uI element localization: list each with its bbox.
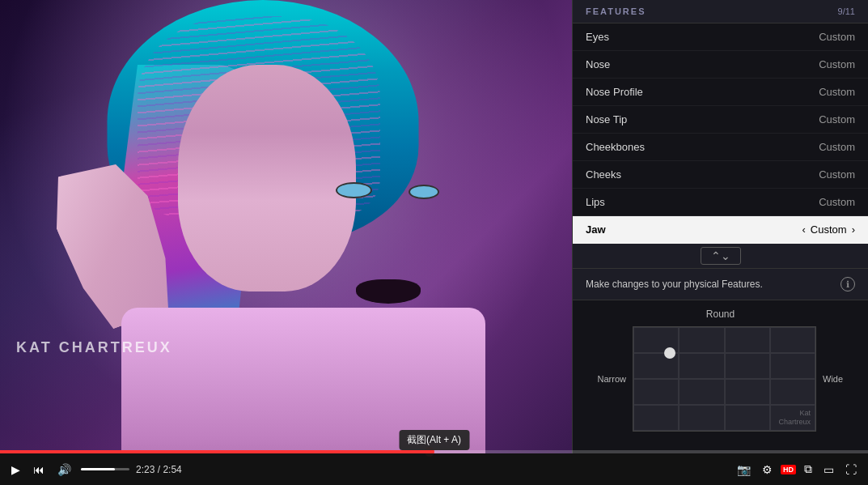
feature-name: Cheeks — [586, 168, 621, 181]
grid-cell — [770, 327, 815, 353]
info-bar: Make changes to your physical Features. … — [573, 269, 868, 300]
feature-name: Nose Tip — [586, 113, 627, 126]
feature-name: Nose Profile — [586, 86, 643, 98]
miniplayer-button[interactable]: ⧉ — [801, 461, 815, 478]
feature-item-nose-profile[interactable]: Nose ProfileCustom — [573, 79, 868, 106]
skip-back-button[interactable]: ⏮ — [30, 462, 48, 478]
grid-cell — [679, 379, 724, 405]
feature-name: Cheekbones — [586, 141, 645, 153]
feature-item-jaw[interactable]: Jaw‹ Custom › — [573, 216, 868, 244]
feature-list: EyesCustomNoseCustomNose ProfileCustomNo… — [573, 23, 868, 244]
eye-right — [409, 185, 439, 199]
feature-item-nose-tip[interactable]: Nose TipCustom — [573, 106, 868, 134]
grid-label-top: Round — [706, 308, 735, 320]
grid-container: Narrow Kat Chartreux Wide — [586, 326, 855, 432]
face — [178, 65, 356, 291]
grid-label-left: Narrow — [586, 374, 626, 384]
hd-badge: HD — [781, 465, 796, 474]
lips — [356, 279, 421, 304]
video-player[interactable]: KAT CHARTREUX — [0, 0, 572, 453]
volume-button[interactable]: 🔊 — [54, 462, 74, 478]
feature-name: Nose — [586, 58, 610, 70]
features-title: FEATURES — [586, 6, 646, 16]
info-icon[interactable]: ℹ — [840, 277, 855, 291]
feature-value: ‹ Custom › — [802, 223, 855, 236]
character — [40, 0, 485, 453]
play-button[interactable]: ▶ — [8, 462, 23, 478]
grid-cell — [679, 353, 724, 379]
controls-bar: ▶ ⏮ 🔊 2:23 / 2:54 📷 ⚙ HD ⧉ ▭ ⛶ — [0, 453, 868, 485]
grid-cell — [770, 405, 815, 431]
grid-cell — [770, 379, 815, 405]
features-panel: FEATURES 9/11 EyesCustomNoseCustomNose P… — [572, 0, 868, 453]
feature-item-lips[interactable]: LipsCustom — [573, 189, 868, 216]
theater-button[interactable]: ▭ — [820, 462, 837, 478]
feature-name: Jaw — [586, 223, 606, 236]
eye-left — [336, 182, 372, 198]
chevron-right-icon: › — [852, 223, 855, 236]
grid-cell — [679, 327, 724, 353]
grid-label-right: Wide — [823, 374, 855, 384]
grid-dot[interactable] — [664, 347, 675, 359]
feature-item-nose[interactable]: NoseCustom — [573, 51, 868, 79]
grid-area: Round Narrow Kat Chartreux Wide — [573, 300, 868, 453]
chevron-left-icon: ‹ — [802, 223, 806, 236]
grid-cell — [725, 353, 770, 379]
channel-watermark: KAT CHARTREUX — [16, 339, 172, 356]
feature-name: Eyes — [586, 31, 609, 43]
grid-cell — [770, 353, 815, 379]
grid-widget[interactable]: Kat Chartreux — [633, 326, 816, 432]
features-count: 9/11 — [838, 6, 855, 16]
feature-value: Custom — [819, 31, 855, 43]
jacket — [121, 308, 485, 453]
info-text: Make changes to your physical Features. — [586, 279, 763, 290]
feature-item-cheeks[interactable]: CheeksCustom — [573, 161, 868, 189]
grid-cell — [725, 405, 770, 431]
grid-cell — [725, 327, 770, 353]
feature-value: Custom — [819, 86, 855, 98]
right-controls: 📷 ⚙ HD ⧉ ▭ ⛶ — [734, 461, 860, 478]
grid-cell — [679, 405, 724, 431]
feature-value: Custom — [819, 168, 855, 181]
feature-value: Custom — [819, 141, 855, 153]
grid-cell — [725, 379, 770, 405]
feature-name: Lips — [586, 196, 605, 208]
volume-fill — [81, 468, 115, 470]
grid-cell — [633, 379, 679, 405]
volume-slider[interactable] — [81, 468, 129, 470]
screenshot-button[interactable]: 📷 — [734, 462, 754, 478]
scroll-features-btn[interactable]: ⌃⌄ — [701, 247, 741, 265]
grid-cell — [633, 405, 679, 431]
feature-value: Custom — [819, 58, 855, 70]
feature-value: Custom — [819, 113, 855, 126]
arrows-row: ⌃⌄ — [573, 244, 868, 269]
features-header: FEATURES 9/11 — [573, 0, 868, 23]
fullscreen-button[interactable]: ⛶ — [842, 462, 860, 478]
feature-value: Custom — [819, 196, 855, 208]
time-display: 2:23 / 2:54 — [136, 464, 182, 475]
settings-button[interactable]: ⚙ — [759, 462, 776, 478]
feature-item-eyes[interactable]: EyesCustom — [573, 23, 868, 51]
feature-item-cheekbones[interactable]: CheekbonesCustom — [573, 134, 868, 161]
